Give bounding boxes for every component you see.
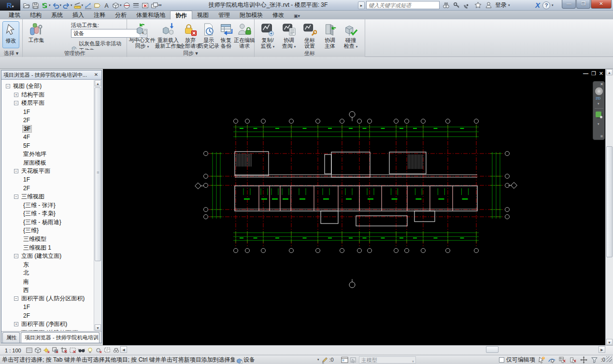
tree-item[interactable]: −面积平面 (人防分区面积) [2,294,94,303]
sun-path-icon[interactable] [43,346,51,354]
tree-item[interactable]: 南 [2,278,94,286]
coordination-host-button[interactable]: 协调主体 [320,21,340,49]
navbar-close-icon[interactable]: ✕ [600,82,603,86]
favorites-star-icon[interactable] [474,1,482,9]
visual-style-icon[interactable] [34,346,43,354]
scrollbar-thumb[interactable] [95,87,101,261]
tree-item[interactable]: −天花板平面 [2,167,94,176]
worksets-button[interactable]: 工作集 [26,21,47,43]
modify-button[interactable]: 修改 [2,21,19,48]
tree-item[interactable]: 2F [2,311,94,320]
tree-item[interactable]: +结构平面 [2,91,94,99]
redo-dropdown-arrow[interactable]: ▾ [71,3,72,7]
aligned-dimension-button[interactable] [84,1,92,10]
view-close-icon[interactable]: ✕ [599,70,603,76]
navbar-menu-icon[interactable]: ≡ [600,134,603,139]
communication-center-icon[interactable] [463,1,471,9]
scroll-up-arrow[interactable]: ▲ [95,80,101,86]
select-links-icon[interactable]: ? [537,356,546,364]
tree-item[interactable]: 1F [2,108,94,116]
temporary-view-properties-icon[interactable] [103,346,112,354]
design-options-pick-icon[interactable] [349,356,358,364]
ribbon-tab-7[interactable]: 协作 [170,11,192,19]
ribbon-tab-4[interactable]: 注释 [89,11,110,19]
horizontal-scrollbar[interactable]: ◀ ▶ [120,346,606,354]
tree-item[interactable]: 4F [2,133,94,142]
select-elements-by-face-icon[interactable] [569,356,578,364]
restore-backup-button[interactable]: 恢复备份 [218,21,234,49]
tree-expander-icon[interactable]: − [14,296,18,301]
navigation-bar[interactable]: ✕ 2D ▾ ▾ ≡ [593,81,605,140]
view-restore-icon[interactable]: ❐ [591,70,599,76]
ribbon-tab-3[interactable]: 插入 [68,11,89,19]
ribbon-tab-11[interactable]: 修改 [268,11,289,19]
application-menu-button[interactable]: R▾ [0,0,20,11]
tree-expander-icon[interactable]: − [6,84,10,88]
show-history-button[interactable]: 显示历史记录 [200,21,217,49]
tree-item[interactable]: 三维模型 [2,235,94,244]
ribbon-tab-6[interactable]: 体量和场地 [131,11,170,19]
workset-status-dropdown-arrow[interactable]: ▾ [316,358,321,362]
relinquish-all-button[interactable]: 放弃全部请求 [182,21,199,49]
reload-latest-button[interactable]: 重新载入最新工作集 [156,21,181,49]
login-dropdown-arrow[interactable]: ▾ [508,3,510,7]
default-3d-view-button[interactable] [112,1,120,10]
3d-view-dropdown-arrow[interactable]: ▾ [120,3,122,7]
tree-item[interactable]: 北 [2,269,94,278]
zoom-tool-icon[interactable] [596,112,601,117]
zoom-dropdown-arrow[interactable]: ▾ [598,122,599,126]
worksharing-display-icon[interactable] [95,346,103,354]
wheel-dropdown-arrow[interactable]: ▾ [598,102,599,106]
tree-item[interactable]: 屋面楼板 [2,158,94,167]
sync-with-central-qat-button[interactable] [41,1,49,10]
active-workset-status-dropdown[interactable]: 设备 [243,356,316,364]
tree-item[interactable]: 西 [2,286,94,294]
tree-item[interactable]: 3F [2,125,94,133]
ribbon-tab-10[interactable]: 附加模块 [235,11,268,19]
login-button[interactable]: 登录 [495,1,507,9]
editing-requests-status-icon[interactable] [321,356,329,364]
tree-item[interactable]: −楼层平面 [2,99,94,108]
reveal-hidden-elements-icon[interactable] [86,346,95,354]
customize-qat-arrow[interactable]: ▾ [160,3,162,7]
select-panel-label[interactable]: 选择 ▾ [0,50,22,57]
help-icon[interactable]: ? [542,1,550,9]
vscroll-down-arrow[interactable]: ▼ [606,339,613,345]
text-button[interactable]: A [102,1,111,10]
crop-view-icon[interactable] [60,346,69,354]
hscroll-thumb[interactable] [486,346,499,353]
tree-item[interactable]: 室外地坪 [2,150,94,159]
temporary-hide-isolate-icon[interactable] [77,346,86,354]
measure-button[interactable] [73,1,82,10]
tree-item[interactable]: +面积平面 (净面积) [2,320,94,329]
switch-windows-button[interactable] [150,1,158,10]
sign-in-person-icon[interactable] [485,1,493,9]
ribbon-tab-0[interactable]: 建筑 [4,11,25,19]
vertical-scrollbar[interactable]: ▲ ▼ [605,69,613,345]
subscription-center-icon[interactable] [453,1,461,9]
infocenter-search-input[interactable] [366,1,440,9]
tree-expander-icon[interactable]: − [14,169,18,173]
select-underlay-icon[interactable] [548,356,556,364]
close-button[interactable]: ✕ [591,0,612,9]
project-browser-title-bar[interactable]: 项目浏览器 - 技师学院机电培训中... ✕ [1,70,101,80]
drag-elements-on-selection-icon[interactable] [580,356,588,364]
tree-item[interactable]: {三维} [2,226,94,235]
section-button[interactable] [123,1,131,10]
sync-dropdown-arrow[interactable]: ▾ [49,3,51,7]
analytical-model-icon[interactable] [112,346,121,354]
exchange-apps-icon[interactable]: X [535,1,540,9]
tree-expander-icon[interactable]: − [14,195,18,199]
measure-dropdown-arrow[interactable]: ▾ [82,3,84,7]
sync-with-central-button[interactable]: 与中心文件同步 ▾ [129,21,155,50]
tree-item[interactable]: 5F [2,141,94,150]
steering-wheel-icon[interactable] [595,87,603,95]
maximize-button[interactable]: ❐ [576,0,590,9]
shadows-icon[interactable] [51,346,60,354]
dropdown-arrow[interactable]: ▾ [294,45,296,48]
coordination-review-button[interactable]: 协调查阅 ▾ [279,21,299,50]
tab-properties[interactable]: 属性 [2,332,20,343]
save-button[interactable] [31,1,40,10]
tree-item[interactable]: {三维 - 张洋} [2,201,94,210]
tree-item[interactable]: 1F [2,303,94,311]
